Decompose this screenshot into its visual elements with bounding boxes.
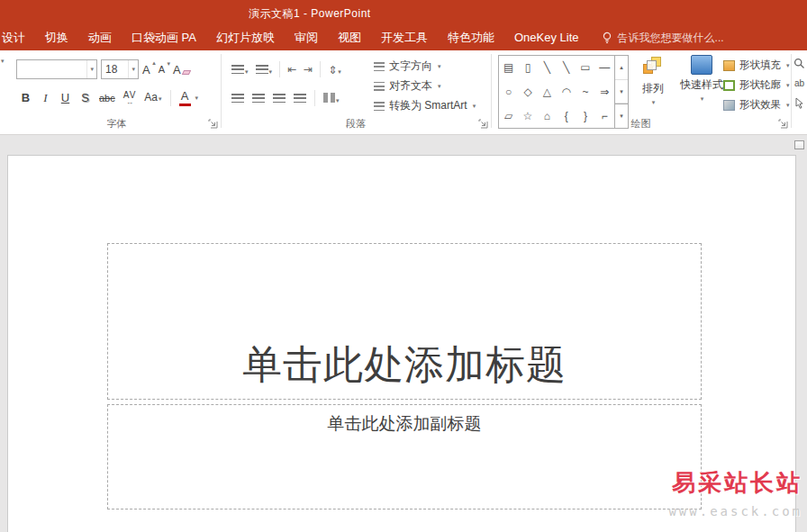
tab-view[interactable]: 视图 [328, 25, 371, 50]
font-size-combobox[interactable]: 18 ▾ [101, 59, 139, 79]
text-shadow-button[interactable]: S [79, 92, 91, 104]
slide[interactable]: 单击此处添加标题 单击此处添加副标题 [7, 155, 796, 532]
editing-group-cutoff: ab [793, 58, 805, 109]
titlebar: 演示文稿1 - PowerPoint [0, 0, 807, 25]
columns-button[interactable]: ▾ [323, 90, 340, 106]
clear-formatting-button[interactable]: A [173, 63, 190, 77]
subtitle-placeholder[interactable]: 单击此处添加副标题 [107, 404, 702, 509]
font-name-combobox[interactable]: ▾ [16, 59, 97, 79]
gallery-scroll-down-icon[interactable]: ▾ [615, 80, 628, 104]
font-color-button[interactable]: A [179, 90, 191, 105]
text-direction-button[interactable]: 文字方向 ▾ [374, 59, 441, 74]
chevron-down-icon[interactable]: ▾ [195, 95, 199, 102]
tab-animations[interactable]: 动画 [78, 25, 122, 50]
increase-indent-icon[interactable]: ⇥ [304, 64, 313, 75]
outline-pencil-icon [723, 80, 735, 91]
arrange-icon [641, 55, 665, 78]
shape-rectangle-icon[interactable]: ▭ [576, 56, 594, 80]
quick-styles-button[interactable]: 快速样式 ▾ [676, 55, 727, 103]
underline-button[interactable]: U [59, 92, 71, 104]
shape-line-icon[interactable]: ╲ [538, 56, 557, 80]
divider [279, 61, 280, 77]
align-left-icon[interactable] [231, 94, 244, 103]
tab-review[interactable]: 审阅 [285, 25, 328, 50]
effects-icon [723, 100, 735, 111]
tell-me-label: 告诉我您想要做什么... [618, 31, 724, 46]
shape-curve-icon[interactable]: ~ [576, 80, 594, 104]
shape-textbox-icon[interactable]: ▤ [499, 56, 518, 80]
grow-font-button[interactable]: A▴ [142, 63, 150, 77]
character-spacing-button[interactable]: AV ↔ [123, 91, 137, 106]
panel-toggle-icon[interactable] [794, 140, 804, 149]
divider [314, 90, 315, 106]
group-separator [791, 54, 792, 128]
bold-button[interactable]: B [20, 92, 32, 104]
shape-fill-button[interactable]: 形状填充 ▾ [723, 59, 790, 72]
tab-pocket-animation-pa[interactable]: 口袋动画 PA [122, 25, 206, 50]
paragraph-dialog-launcher-icon[interactable] [478, 119, 488, 129]
columns-icon [323, 93, 335, 103]
divider [170, 90, 171, 106]
shape-effects-button[interactable]: 形状效果 ▾ [723, 98, 790, 112]
bullets-button[interactable]: ▾ [231, 61, 249, 77]
up-arrow-icon: ▴ [152, 59, 156, 67]
align-text-icon [374, 82, 385, 91]
tab-featured[interactable]: 特色功能 [438, 25, 504, 50]
shape-vertical-textbox-icon[interactable]: ▯ [518, 56, 537, 80]
change-case-button[interactable]: Aa▾ [144, 92, 161, 104]
italic-button[interactable]: I [40, 92, 51, 104]
down-arrow-icon: ▾ [168, 60, 171, 68]
paragraph-group-label: 段落 [221, 117, 491, 131]
line-spacing-button[interactable]: ⇕▾ [328, 61, 341, 77]
arrange-button[interactable]: 排列 ▾ [632, 55, 674, 106]
shrink-font-button[interactable]: A▾ [159, 64, 165, 75]
chevron-down-icon: ▾ [652, 99, 656, 106]
paragraph-group: ▾ ▾ ⇤ ⇥ ⇕▾ ▾ 文字方向 ▾ [221, 50, 491, 134]
chevron-down-icon: ▾ [438, 83, 441, 90]
line-spacing-icon: ⇕ [328, 64, 337, 77]
find-icon[interactable] [793, 58, 805, 69]
shape-diamond-icon[interactable]: ◇ [518, 80, 537, 104]
convert-smartart-button[interactable]: 转换为 SmartArt ▾ [374, 98, 476, 113]
tell-me-box[interactable]: 告诉我您想要做什么... [602, 25, 724, 50]
title-placeholder[interactable]: 单击此处添加标题 [107, 243, 702, 400]
replace-icon[interactable]: ab [794, 78, 804, 88]
align-right-icon[interactable] [273, 94, 286, 103]
paint-bucket-icon [723, 60, 735, 71]
drawing-group-label: 绘图 [491, 117, 791, 131]
tab-design[interactable]: 设计 [0, 25, 35, 50]
tab-developer[interactable]: 开发工具 [371, 25, 438, 50]
shape-outline-button[interactable]: 形状轮廓 ▾ [723, 78, 790, 92]
align-text-button[interactable]: 对齐文本 ▾ [374, 78, 441, 94]
justify-icon[interactable] [294, 94, 306, 103]
tab-transitions[interactable]: 切换 [35, 25, 78, 50]
lightbulb-icon [602, 32, 612, 44]
font-dialog-launcher-icon[interactable] [208, 119, 218, 129]
tab-slide-show[interactable]: 幻灯片放映 [206, 25, 285, 50]
decrease-indent-icon[interactable]: ⇤ [287, 64, 296, 75]
shape-block-arrow-icon[interactable]: ⇒ [595, 80, 614, 104]
shape-dash-icon[interactable]: — [595, 56, 614, 80]
gallery-scroll-up-icon[interactable]: ▴ [615, 56, 628, 80]
shape-triangle-icon[interactable]: △ [538, 80, 557, 104]
chevron-down-icon: ▾ [701, 95, 704, 103]
window-title: 演示文稿1 - PowerPoint [249, 6, 371, 22]
chevron-down-icon: ▾ [786, 82, 790, 89]
font-size-value: 18 [102, 63, 128, 76]
align-center-icon[interactable] [252, 94, 265, 103]
shape-arrow-line-icon[interactable]: ╲ [557, 56, 576, 80]
cutoff-dropdown-icon[interactable]: ▾ [1, 58, 5, 65]
chevron-down-icon[interactable]: ▾ [128, 60, 138, 78]
chevron-down-icon[interactable]: ▾ [86, 60, 96, 78]
shape-oval-icon[interactable]: ○ [499, 80, 518, 104]
strikethrough-button[interactable]: abc [99, 93, 115, 104]
shape-arc-icon[interactable]: ◠ [557, 80, 576, 104]
divider [320, 61, 321, 77]
tab-onekey-lite[interactable]: OneKey Lite [504, 25, 589, 50]
drawing-group: ▤ ▯ ╲ ╲ ▭ — ○ ◇ △ ◠ ~ ⇒ ▱ ☆ ⌂ { } ⌐ ▴ [491, 50, 791, 134]
quick-styles-icon [691, 55, 712, 75]
drawing-dialog-launcher-icon[interactable] [778, 119, 788, 129]
select-cursor-icon[interactable] [794, 97, 804, 109]
numbering-button[interactable]: ▾ [256, 61, 273, 77]
title-placeholder-text: 单击此处添加标题 [242, 338, 567, 392]
